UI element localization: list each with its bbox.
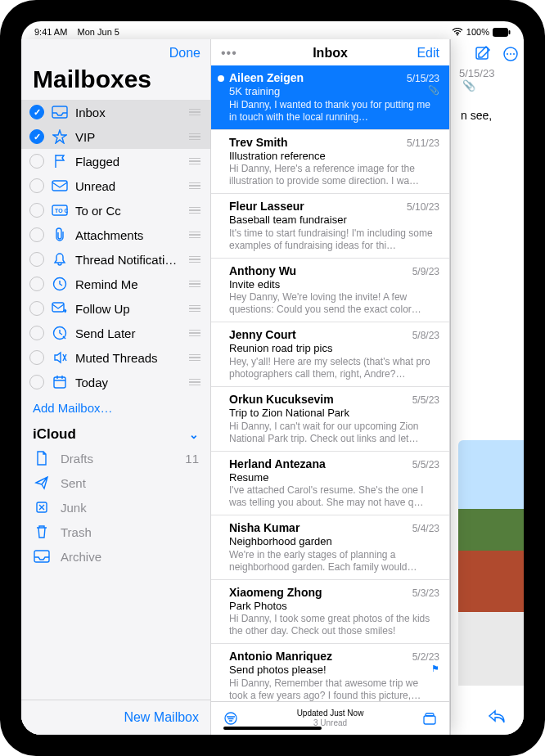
column-menu-icon[interactable]: ••• [221,46,237,61]
select-circle[interactable] [29,227,44,242]
account-section-header[interactable]: iCloud⌄ [21,423,210,446]
mailbox-row-flagged[interactable]: Flagged [21,149,210,173]
mailboxes-sidebar: Done Mailboxes Inbox VIP Flagged Unread … [21,39,211,735]
folder-row-junk[interactable]: Junk [21,495,210,520]
folder-row-drafts[interactable]: Drafts 11 [21,446,210,470]
compose-icon[interactable] [475,46,491,62]
message-subject: Park Photos [229,600,439,613]
message-subject: Resume [229,471,439,484]
folder-label: Sent [61,476,189,490]
mailbox-row-follow-up[interactable]: Follow Up [21,296,210,321]
archive-stack-icon[interactable] [421,711,438,726]
message-row[interactable]: Jenny Court 5/8/23 Reunion road trip pic… [211,322,449,387]
mailbox-row-vip[interactable]: VIP [21,124,210,149]
doc-icon [33,451,51,466]
message-row[interactable]: 📎 Aileen Zeigen 5/15/23 5K training Hi D… [211,65,449,130]
message-preview: Hey Danny, We're loving the invite! A fe… [229,291,439,316]
mailbox-row-send-later[interactable]: Send Later [21,321,210,345]
message-sender: Antonio Manriquez [229,650,332,663]
mailbox-row-thread-notifications[interactable]: Thread Notifications [21,247,210,272]
select-circle[interactable] [29,129,44,144]
message-preview: Hi Danny, Remember that awesome trip we … [229,677,439,701]
attachment-icon: 📎 [456,79,519,92]
select-circle[interactable] [29,301,44,316]
message-subject: Baseball team fundraiser [229,214,439,227]
select-circle[interactable] [29,350,44,365]
message-body-fragment: n see, [461,108,519,124]
message-row[interactable]: Orkun Kucuksevim 5/5/23 Trip to Zion Nat… [211,387,449,452]
svg-rect-1 [493,28,508,36]
mailbox-row-unread[interactable]: Unread [21,173,210,198]
section-label: iCloud [33,426,76,443]
message-date: 5/15/23 [456,67,519,79]
folder-row-trash[interactable]: Trash [21,520,210,544]
message-row[interactable]: Nisha Kumar 5/4/23 Neighborhood garden W… [211,515,449,580]
select-circle[interactable] [29,326,44,340]
select-circle[interactable] [29,178,44,193]
more-icon[interactable] [502,46,519,62]
reorder-handle[interactable] [189,353,202,363]
edit-button[interactable]: Edit [417,46,439,61]
message-date: 5/8/23 [412,330,439,341]
mailbox-row-remind-me[interactable]: Remind Me [21,272,210,296]
clock-icon [51,277,69,291]
message-row[interactable]: Anthony Wu 5/9/23 Invite edits Hey Danny… [211,259,449,323]
message-date: 5/15/23 [407,73,439,84]
message-preview: Hi Danny, I wanted to thank you for putt… [229,99,439,124]
reorder-handle[interactable] [189,156,202,167]
folder-label: Trash [61,525,189,539]
reorder-handle[interactable] [189,254,202,265]
mailbox-row-attachments[interactable]: Attachments [21,223,210,247]
add-mailbox-button[interactable]: Add Mailbox… [21,394,210,423]
message-sender: Xiaomeng Zhong [229,586,322,599]
reorder-handle[interactable] [189,279,202,290]
message-row[interactable]: Xiaomeng Zhong 5/3/23 Park Photos Hi Dan… [211,580,449,645]
select-circle[interactable] [29,252,44,267]
home-indicator[interactable] [223,727,322,730]
attached-image[interactable] [458,440,524,686]
reorder-handle[interactable] [189,107,202,118]
message-row[interactable]: ⚑ Antonio Manriquez 5/2/23 Send photos p… [211,644,449,701]
message-preview: Hi Danny, I can't wait for our upcoming … [229,421,439,445]
reply-icon[interactable] [488,709,506,723]
flag-icon [51,154,69,169]
select-circle[interactable] [29,154,44,169]
mailbox-label: Inbox [75,106,182,119]
new-mailbox-button[interactable]: New Mailbox [21,700,210,735]
reorder-handle[interactable] [189,205,202,216]
folder-row-sent[interactable]: Sent [21,470,210,495]
select-circle[interactable] [29,277,44,291]
filter-icon[interactable] [223,712,239,725]
reorder-handle[interactable] [189,377,202,388]
select-circle[interactable] [29,375,44,389]
message-date: 5/2/23 [412,651,439,663]
status-time: 9:41 AM [34,27,67,37]
reorder-handle[interactable] [189,132,202,142]
list-title: Inbox [313,46,348,61]
bell-icon [51,252,69,267]
svg-rect-2 [509,30,511,34]
mailbox-row-to-or-cc[interactable]: TO CC To or Cc [21,198,210,223]
reorder-handle[interactable] [189,230,202,241]
message-sender: Jenny Court [229,328,296,341]
mailbox-label: Thread Notifications [75,253,182,267]
reorder-handle[interactable] [189,181,202,191]
mailbox-row-inbox[interactable]: Inbox [21,100,210,124]
message-sender: Nisha Kumar [229,521,300,534]
svg-rect-17 [34,551,49,562]
message-preview: Hi Danny, Here's a reference image for t… [229,163,439,187]
mailbox-row-today[interactable]: Today [21,370,210,394]
folder-row-archive[interactable]: Archive [21,544,210,569]
message-date: 5/11/23 [407,137,439,149]
message-row[interactable]: Fleur Lasseur 5/10/23 Baseball team fund… [211,194,449,259]
message-row[interactable]: Herland Antezana 5/5/23 Resume I've atta… [211,452,449,516]
done-button[interactable]: Done [169,46,200,61]
reorder-handle[interactable] [189,328,202,339]
mailbox-row-muted-threads[interactable]: Muted Threads [21,345,210,370]
reorder-handle[interactable] [189,304,202,314]
mailbox-label: Attachments [75,228,182,242]
select-circle[interactable] [29,105,44,119]
message-row[interactable]: Trev Smith 5/11/23 Illustration referenc… [211,130,449,195]
tocc-icon: TO CC [51,205,69,216]
select-circle[interactable] [29,203,44,218]
